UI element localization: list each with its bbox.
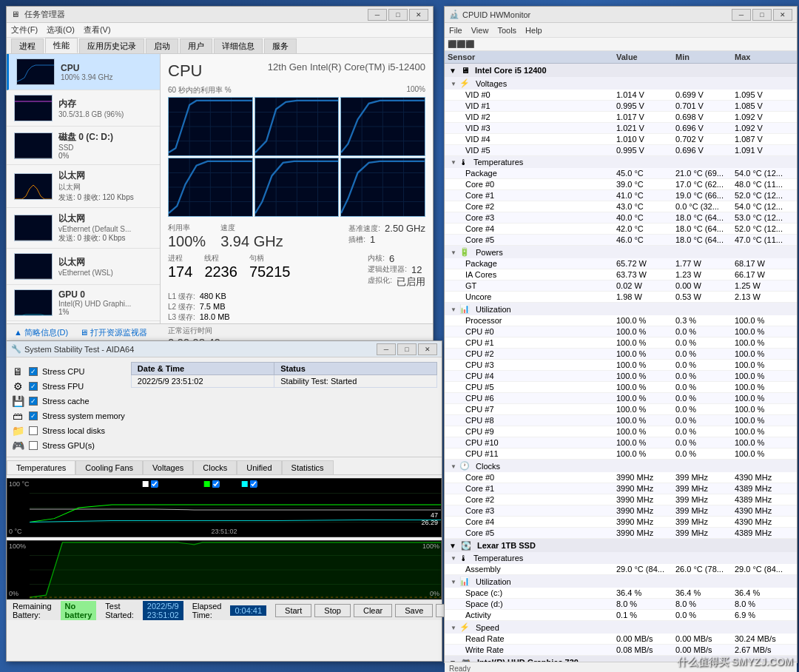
collapse-link[interactable]: ▲ 简略信息(D) <box>14 327 68 338</box>
stop-button[interactable]: Stop <box>314 604 351 617</box>
start-button[interactable]: Start <box>275 604 311 617</box>
tab-process[interactable]: 进程 <box>11 38 44 53</box>
aida64-title-bar: 🔧 System Stability Test - AIDA64 ─ □ ✕ <box>7 341 442 357</box>
tab-cooling-fans[interactable]: Cooling Fans <box>75 460 143 474</box>
hwm-data-row: CPU #0100.0 %0.0 %100.0 % <box>445 326 797 337</box>
stress-cpu-checkbox[interactable]: ✓ <box>29 367 38 376</box>
hwm-section-Lexar-1TB-SSD[interactable]: ▼💽Lexar 1TB SSD <box>445 539 797 552</box>
save-button[interactable]: Save <box>395 604 433 617</box>
hwm-close-button[interactable]: ✕ <box>773 9 792 21</box>
aida64-window: 🔧 System Stability Test - AIDA64 ─ □ ✕ 🖥… <box>6 340 442 662</box>
hwm-menu-tools[interactable]: Tools <box>497 26 516 35</box>
stress-gpu-checkbox[interactable] <box>29 441 38 450</box>
sensor-max: 100.0 % <box>735 338 794 347</box>
resource-vethernet-wsl[interactable]: 以太网 vEthernet (WSL) <box>7 249 160 285</box>
sensor-value: 3990 MHz <box>616 473 675 482</box>
menu-file[interactable]: 文件(F) <box>11 24 38 36</box>
sensor-name: Core #1 <box>448 484 616 493</box>
hwm-minimize-button[interactable]: ─ <box>732 9 751 21</box>
sensor-value: 100.0 % <box>616 372 675 380</box>
hwm-subsection-Powers[interactable]: ▼🔋Powers <box>445 246 797 258</box>
tab-users[interactable]: 用户 <box>180 38 212 53</box>
stress-cache-checkbox[interactable]: ✓ <box>29 397 38 406</box>
slots-value: 1 <box>370 234 375 245</box>
sensor-max: 2.67 MB/s <box>735 645 794 654</box>
resource-vethernet-default[interactable]: 以太网 vEthernet (Default S... 发送: 0 接收: 0 … <box>7 208 160 249</box>
aida-close-button[interactable]: ✕ <box>418 343 437 355</box>
hwm-subsection-Utilization[interactable]: ▼📊Utilization <box>445 575 797 588</box>
hwm-menu-help[interactable]: Help <box>525 26 542 35</box>
maximize-button[interactable]: □ <box>388 9 408 21</box>
hwm-data-row: Core #442.0 °C18.0 °C (64...52.0 °C (12.… <box>445 224 797 235</box>
sensor-value: 100.0 % <box>616 416 675 425</box>
tab-history[interactable]: 应用历史记录 <box>79 38 144 53</box>
sensor-max: 100.0 % <box>735 394 794 403</box>
hwm-data-row: Read Rate0.00 MB/s0.00 MB/s30.24 MB/s <box>445 634 797 645</box>
resource-ethernet[interactable]: 以太网 以太网 发送: 0 接收: 120 Kbps <box>7 165 160 208</box>
col-sensor: Sensor <box>448 53 616 61</box>
resource-gpu[interactable]: GPU 0 Intel(R) UHD Graphi... 1% <box>7 285 160 321</box>
sensor-max: 4389 MHz <box>735 528 794 537</box>
hwm-subsection-Speed[interactable]: ▼⚡Speed <box>445 621 797 634</box>
tab-startup[interactable]: 启动 <box>146 38 178 53</box>
sensor-name: CPU #10 <box>448 438 616 447</box>
sensor-min: 0.0 % <box>675 427 735 436</box>
resource-disk[interactable]: 磁盘 0 (C: D:) SSD 0% <box>7 127 160 165</box>
hwm-menu-view[interactable]: View <box>471 26 489 35</box>
resource-memory[interactable]: 内存 30.5/31.8 GB (96%) <box>7 90 160 127</box>
tab-unified[interactable]: Unified <box>237 460 281 474</box>
stress-disk-checkbox[interactable] <box>29 426 38 435</box>
tab-statistics[interactable]: Statistics <box>282 460 334 474</box>
elapsed-value: 0:04:41 <box>230 605 266 616</box>
tab-clocks[interactable]: Clocks <box>193 460 237 474</box>
tab-details[interactable]: 详细信息 <box>214 38 263 53</box>
tab-temperatures[interactable]: Temperatures <box>7 460 75 474</box>
aida-minimize-button[interactable]: ─ <box>377 343 396 355</box>
hwm-data-row: Space (c:)36.4 %36.4 %36.4 % <box>445 588 797 599</box>
sensor-name: CPU #0 <box>448 327 616 336</box>
tab-performance[interactable]: 性能 <box>45 38 78 53</box>
hwm-menu-file[interactable]: File <box>449 26 462 35</box>
hwm-subsection-Utilization[interactable]: ▼📊Utilization <box>445 303 797 315</box>
hwm-subsection-Clocks[interactable]: ▼🕐Clocks <box>445 460 797 472</box>
hwm-subsection-Voltages[interactable]: ▼⚡Voltages <box>445 77 797 90</box>
aida-maximize-button[interactable]: □ <box>397 343 417 355</box>
fpu-stress-icon: ⚙ <box>11 380 24 393</box>
sensor-value: 3990 MHz <box>616 484 675 493</box>
veth-default-name: 以太网 <box>58 212 152 225</box>
sensor-max: 66.17 W <box>735 270 794 279</box>
sensor-max: 68.17 W <box>735 259 794 268</box>
cpu-graph-4 <box>254 158 340 217</box>
close-button[interactable]: ✕ <box>409 9 428 21</box>
hwm-subsection-Temperatures[interactable]: ▼🌡Temperatures <box>445 552 797 564</box>
resource-cpu[interactable]: CPU 100% 3.94 GHz <box>7 54 160 90</box>
stress-mem-checkbox[interactable]: ✓ <box>29 411 38 420</box>
open-monitor-link[interactable]: 🖥 打开资源监视器 <box>80 327 147 338</box>
aida-top-area: 🖥 ✓ Stress CPU ⚙ ✓ Stress FPU 💾 ✓ Stress… <box>7 357 442 457</box>
tab-services[interactable]: 服务 <box>264 38 297 53</box>
cache-info: L1 缓存: 480 KB L2 缓存: 7.5 MB L3 缓存: 18.0 … <box>168 292 425 323</box>
minimize-button[interactable]: ─ <box>368 9 387 21</box>
hwm-section-Intel-Core-i5-12400[interactable]: ▼🖥Intel Core i5 12400 <box>445 64 797 77</box>
stress-cpu-label: Stress CPU <box>42 367 84 376</box>
sensor-max: 100.0 % <box>735 416 794 425</box>
cpu-util-section: 利用率 100% <box>168 223 206 250</box>
hwmonitor-body: ▼🖥Intel Core i5 12400▼⚡VoltagesVID #01.0… <box>445 64 797 662</box>
sensor-min: 0.698 V <box>675 112 735 121</box>
stress-fpu-checkbox[interactable]: ✓ <box>29 382 38 391</box>
sensor-name: Core #3 <box>448 213 616 222</box>
svg-rect-4 <box>15 215 53 241</box>
hwmonitor-menu: File View Tools Help <box>445 23 797 38</box>
sensor-name: Space (c:) <box>448 588 616 597</box>
tab-voltages[interactable]: Voltages <box>143 460 193 474</box>
clear-button[interactable]: Clear <box>354 604 392 617</box>
menu-options[interactable]: 选项(O) <box>47 24 75 36</box>
hwm-subsection-Temperatures[interactable]: ▼🌡Temperatures <box>445 156 797 168</box>
stress-cache-label: Stress cache <box>42 397 90 406</box>
hwmonitor-title: CPUID HWMonitor <box>462 10 732 19</box>
hwm-maximize-button[interactable]: □ <box>752 9 772 21</box>
hwm-data-row: VID #50.995 V0.696 V1.091 V <box>445 145 797 156</box>
menu-view[interactable]: 查看(V) <box>84 24 111 36</box>
sensor-min: 1.23 W <box>675 270 735 279</box>
hwm-data-row: CPU #2100.0 %0.0 %100.0 % <box>445 349 797 360</box>
